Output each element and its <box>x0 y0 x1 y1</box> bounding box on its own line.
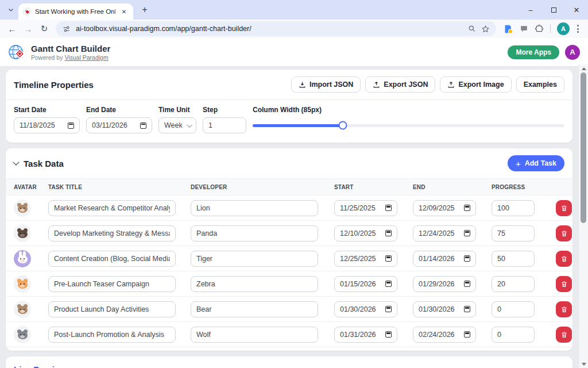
visual-paradigm-link[interactable]: Visual Paradigm <box>64 54 108 61</box>
add-task-button[interactable]: + Add Task <box>508 155 564 171</box>
calendar-icon[interactable] <box>385 255 392 262</box>
calendar-icon[interactable] <box>385 281 392 287</box>
chrome-menu-icon[interactable] <box>576 24 580 34</box>
start-date-field[interactable] <box>334 251 397 267</box>
time-unit-select[interactable] <box>158 117 196 133</box>
browser-tab[interactable]: Start Working with Free Online ✕ <box>18 3 133 20</box>
extensions-puzzle-icon[interactable] <box>535 24 544 33</box>
calendar-icon[interactable] <box>68 122 74 129</box>
time-unit-value[interactable] <box>164 121 183 129</box>
delete-task-button[interactable] <box>556 200 572 216</box>
delete-task-button[interactable] <box>556 251 572 267</box>
start-date-field[interactable] <box>14 117 80 133</box>
tab-search-chevron-icon[interactable] <box>5 3 17 16</box>
task-title-input[interactable] <box>54 204 170 212</box>
developer-input[interactable] <box>196 280 312 288</box>
start-date-field[interactable] <box>334 327 397 343</box>
progress-input[interactable] <box>497 305 529 313</box>
developer-input[interactable] <box>196 331 312 339</box>
calendar-icon[interactable] <box>464 205 470 211</box>
calendar-icon[interactable] <box>385 205 392 211</box>
calendar-icon[interactable] <box>385 331 392 338</box>
end-date-input[interactable] <box>419 204 461 212</box>
bookmark-star-icon[interactable] <box>481 25 490 33</box>
task-title-input[interactable] <box>54 280 170 288</box>
task-data-title-wrap[interactable]: Task Data <box>14 159 64 168</box>
end-date-field[interactable] <box>413 200 476 216</box>
end-date-input[interactable] <box>419 331 461 339</box>
calendar-icon[interactable] <box>464 281 470 287</box>
developer-field[interactable] <box>191 225 318 241</box>
progress-field[interactable] <box>492 276 535 292</box>
start-date-input[interactable] <box>340 204 382 212</box>
scrollbar-down-arrow[interactable] <box>579 360 588 368</box>
calendar-icon[interactable] <box>464 331 470 338</box>
calendar-icon[interactable] <box>385 306 392 312</box>
scrollbar-thumb[interactable] <box>581 72 586 223</box>
back-button[interactable]: ← <box>5 21 20 36</box>
progress-field[interactable] <box>492 301 535 317</box>
step-field[interactable] <box>203 117 246 133</box>
zoom-icon[interactable] <box>468 25 476 33</box>
scrollbar-up-arrow[interactable] <box>579 64 588 72</box>
developer-input[interactable] <box>196 305 312 313</box>
slider-track[interactable] <box>253 124 564 127</box>
task-title-input[interactable] <box>54 229 170 237</box>
start-date-input[interactable] <box>340 305 382 313</box>
import-json-button[interactable]: Import JSON <box>291 76 361 93</box>
task-title-field[interactable] <box>48 301 176 317</box>
end-date-input[interactable] <box>419 280 461 288</box>
reload-button[interactable]: ↻ <box>37 21 52 36</box>
delete-task-button[interactable] <box>556 276 572 292</box>
developer-input[interactable] <box>196 255 312 263</box>
task-title-field[interactable] <box>48 276 176 292</box>
end-date-field[interactable] <box>413 301 476 317</box>
progress-input[interactable] <box>497 255 529 263</box>
end-date-field[interactable] <box>86 117 152 133</box>
end-date-field[interactable] <box>413 225 476 241</box>
end-date-field[interactable] <box>413 276 476 292</box>
start-date-input[interactable] <box>20 121 64 129</box>
calendar-icon[interactable] <box>464 230 470 236</box>
start-date-field[interactable] <box>334 225 397 241</box>
developer-input[interactable] <box>196 229 312 237</box>
start-date-input[interactable] <box>340 255 382 263</box>
lens-doc-icon[interactable] <box>504 24 513 34</box>
window-close-button[interactable]: ✕ <box>565 0 588 20</box>
delete-task-button[interactable] <box>556 225 572 241</box>
progress-input[interactable] <box>497 280 529 288</box>
start-date-field[interactable] <box>334 276 397 292</box>
progress-input[interactable] <box>497 331 529 339</box>
collapse-chevron-icon[interactable] <box>13 159 19 165</box>
task-title-input[interactable] <box>54 331 170 339</box>
end-date-field[interactable] <box>413 251 476 267</box>
developer-field[interactable] <box>191 327 318 343</box>
export-image-button[interactable]: Export Image <box>440 76 511 93</box>
window-minimize-button[interactable]: – <box>519 0 542 20</box>
more-apps-button[interactable]: More Apps <box>508 45 559 59</box>
user-avatar[interactable]: A <box>565 45 580 60</box>
task-title-field[interactable] <box>48 200 176 216</box>
progress-field[interactable] <box>492 327 535 343</box>
page-scrollbar[interactable] <box>578 64 588 368</box>
progress-field[interactable] <box>492 225 535 241</box>
progress-field[interactable] <box>492 200 535 216</box>
comment-flag-icon[interactable] <box>520 25 528 33</box>
calendar-icon[interactable] <box>464 306 470 312</box>
start-date-input[interactable] <box>340 331 382 339</box>
developer-field[interactable] <box>191 301 318 317</box>
new-tab-button[interactable]: + <box>138 3 152 17</box>
progress-input[interactable] <box>497 229 529 237</box>
step-input[interactable] <box>208 121 241 129</box>
task-title-field[interactable] <box>48 327 176 343</box>
chrome-profile-avatar[interactable]: A <box>557 22 570 35</box>
url-bar[interactable]: ai-toolbox.visual-paradigm.com/app/gantt… <box>56 21 496 36</box>
calendar-icon[interactable] <box>140 122 146 129</box>
delete-task-button[interactable] <box>556 301 572 317</box>
tab-close-icon[interactable]: ✕ <box>119 7 129 16</box>
site-settings-icon[interactable] <box>62 25 71 33</box>
task-title-field[interactable] <box>48 251 176 267</box>
developer-field[interactable] <box>191 200 318 216</box>
calendar-icon[interactable] <box>464 255 470 262</box>
progress-field[interactable] <box>492 251 535 267</box>
